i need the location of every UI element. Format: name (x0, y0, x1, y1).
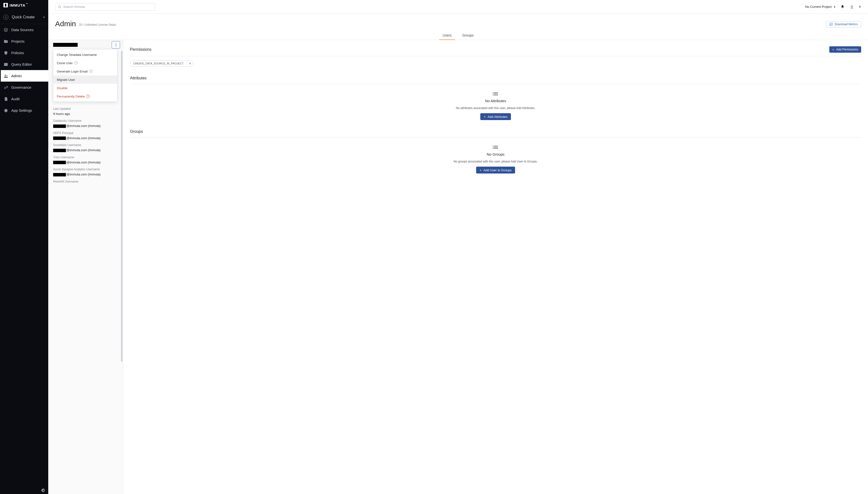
field-label-redshift-username: Redshift Username (53, 180, 120, 183)
field-label-hdfs-principal: HDFS Principal (53, 131, 120, 135)
download-metrics-label: Download Metrics (835, 22, 858, 26)
chevrons-updown-icon: ▲▼ (833, 6, 835, 8)
document-icon (3, 97, 8, 101)
plus-circle-icon: + (3, 15, 8, 20)
field-value-hdfs-principal: @immuta.com (Immuta) (53, 136, 120, 140)
logo-mark-icon (3, 3, 8, 7)
menu-clone-user[interactable]: Clone User? (53, 59, 117, 67)
field-value-trino-username: @immuta.com (Immuta) (53, 160, 120, 165)
add-attributes-button[interactable]: +Add Attributes (480, 113, 511, 120)
users-icon (3, 74, 8, 78)
quick-create-label: Quick Create (12, 15, 44, 19)
project-picker[interactable]: No Current Project ▲▼ (805, 5, 836, 8)
field-value-last-updated: 9 hours ago (53, 112, 120, 116)
search-input[interactable] (63, 5, 152, 8)
field-label-synapse-username: Azure Synapse Analytics Username (53, 168, 120, 171)
svg-rect-1 (4, 63, 8, 66)
plus-icon: + (832, 48, 834, 51)
battery-icon[interactable] (850, 5, 854, 9)
topbar: No Current Project ▲▼ K (48, 0, 868, 14)
sidebar: IMMUTA™ + Quick Create Data Sources Proj… (0, 0, 48, 494)
plus-icon: + (479, 169, 481, 172)
groups-empty-state: No Groups No groups associated with this… (130, 137, 861, 173)
main: No Current Project ▲▼ K Admin 20 / Unlim… (48, 0, 868, 494)
field-value-snowflake-username: @immuta.com (Immuta) (53, 148, 120, 152)
redacted (53, 149, 66, 152)
user-details-scroll[interactable]: Last Updated 9 hours ago Databricks User… (48, 50, 123, 494)
nav-label: Governance (11, 85, 31, 90)
folder-icon (3, 39, 8, 44)
download-metrics-button[interactable]: Download Metrics (826, 21, 861, 27)
menu-migrate-user[interactable]: Migrate User (53, 75, 117, 84)
nav-query-editor[interactable]: Query Editor (0, 59, 48, 70)
nav-app-settings[interactable]: App Settings (0, 104, 48, 116)
redacted (53, 125, 66, 128)
groups-section: Groups No Groups No groups associated wi… (130, 129, 861, 173)
section-title-groups: Groups (130, 129, 143, 134)
attributes-empty-desc: No attributes associated with this user,… (456, 106, 535, 110)
search-box[interactable] (55, 3, 155, 11)
permissions-section: Permissions +Add Permissions CREATE_DATA… (130, 46, 861, 66)
menu-change-teradata-username[interactable]: Change Teradata Username (53, 51, 117, 59)
menu-disable[interactable]: Disable (53, 84, 117, 92)
redacted (53, 136, 66, 140)
collapse-sidebar-button[interactable]: ◀ (41, 489, 45, 492)
sidebar-footer: ◀ (0, 487, 48, 494)
redacted (53, 161, 66, 164)
tab-groups[interactable]: Groups (459, 31, 477, 40)
remove-permission-button[interactable]: ✕ (186, 62, 193, 65)
caret-right-icon (44, 16, 45, 18)
section-title-permissions: Permissions (130, 47, 151, 52)
nav-data-sources[interactable]: Data Sources (0, 24, 48, 36)
field-label-last-updated: Last Updated (53, 107, 120, 111)
user-actions-menu-button[interactable] (112, 41, 120, 49)
license-seats: 20 / Unlimited License Seats (79, 23, 116, 26)
tab-users[interactable]: Users (439, 31, 455, 40)
menu-permanently-delete[interactable]: Permanently Delete? (53, 92, 117, 100)
nav-list: Data Sources Projects Policies Query Edi… (0, 24, 48, 116)
redacted (53, 173, 66, 176)
groups-empty-title: No Groups (487, 152, 505, 156)
user-avatar[interactable]: K (859, 5, 861, 8)
gear-icon (3, 108, 8, 113)
menu-generate-login-email[interactable]: Generate Login Email? (53, 67, 117, 75)
tabs: Users Groups (48, 31, 868, 40)
nav-governance[interactable]: Governance (0, 81, 48, 93)
svg-line-7 (60, 7, 61, 8)
add-permissions-button[interactable]: +Add Permissions (829, 46, 861, 53)
permission-chip: CREATE_DATA_SOURCE_IN_PROJECT ✕ (130, 60, 193, 66)
attributes-empty-title: No Attributes (485, 99, 506, 103)
plus-icon: + (484, 115, 486, 118)
user-actions-dropdown: Change Teradata Username Clone User? Gen… (53, 49, 117, 102)
kebab-icon (116, 43, 116, 46)
groups-empty-desc: No groups associated with this user, ple… (454, 160, 538, 163)
content: Change Teradata Username Clone User? Gen… (48, 40, 868, 494)
user-header: Change Teradata Username Clone User? Gen… (48, 40, 123, 50)
quick-create-button[interactable]: + Quick Create (0, 10, 48, 24)
user-name-redacted (53, 43, 78, 47)
key-icon (3, 85, 8, 90)
svg-point-2 (5, 75, 6, 76)
svg-rect-8 (851, 6, 852, 8)
logo[interactable]: IMMUTA™ (0, 0, 48, 10)
nav-label: Admin (11, 74, 22, 78)
topbar-right: No Current Project ▲▼ K (805, 5, 861, 9)
help-icon: ? (89, 70, 93, 73)
help-icon: ? (86, 95, 90, 98)
search-icon (58, 5, 61, 8)
field-label-trino-username: Trino Username (53, 156, 120, 159)
nav-projects[interactable]: Projects (0, 36, 48, 47)
nav-audit[interactable]: Audit (0, 93, 48, 104)
page-header: Admin 20 / Unlimited License Seats Downl… (48, 14, 868, 28)
nav-admin[interactable]: Admin (0, 70, 48, 81)
nav-label: Policies (11, 51, 24, 55)
permission-chip-label: CREATE_DATA_SOURCE_IN_PROJECT (130, 62, 186, 65)
field-value-databricks-username: @immuta.com (Immuta) (53, 124, 120, 128)
layers-icon (3, 28, 8, 32)
section-title-attributes: Attributes (130, 76, 147, 80)
nav-policies[interactable]: Policies (0, 47, 48, 59)
field-value-synapse-username: @immuta.com (Immuta) (53, 172, 120, 176)
notifications-button[interactable] (840, 5, 845, 9)
add-user-to-groups-button[interactable]: +Add User to Groups (476, 167, 515, 173)
help-icon: ? (74, 61, 78, 65)
